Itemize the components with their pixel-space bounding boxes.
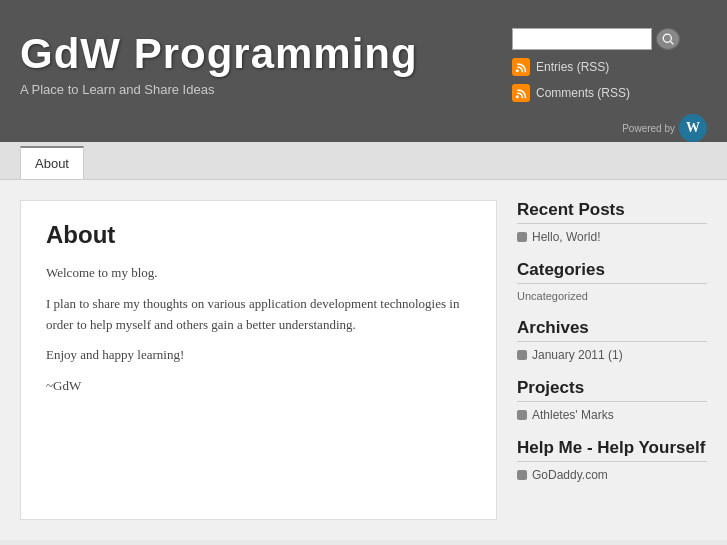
content-paragraph: ~GdW: [46, 376, 471, 397]
rss-comments-icon-svg: [515, 87, 527, 99]
categories-heading: Categories: [517, 260, 707, 284]
list-item: Hello, World!: [517, 230, 707, 244]
navigation: About: [0, 142, 727, 180]
site-title: GdW Programming: [20, 30, 512, 78]
content-paragraph: Welcome to my blog.: [46, 263, 471, 284]
svg-line-1: [670, 41, 673, 44]
help-link[interactable]: GoDaddy.com: [532, 468, 608, 482]
search-input[interactable]: [512, 28, 652, 50]
nav-tab-about[interactable]: About: [20, 146, 84, 179]
content-paragraph: I plan to share my thoughts on various a…: [46, 294, 471, 336]
search-button[interactable]: [656, 28, 680, 50]
rss-comments-icon: [512, 84, 530, 102]
projects-heading: Projects: [517, 378, 707, 402]
list-item: January 2011 (1): [517, 348, 707, 362]
bullet-icon: [517, 470, 527, 480]
sidebar: Recent Posts Hello, World! Categories Un…: [517, 200, 707, 520]
content-area: About Welcome to my blog.I plan to share…: [20, 200, 497, 520]
archives-section: Archives January 2011 (1): [517, 318, 707, 362]
list-item: GoDaddy.com: [517, 468, 707, 482]
wordpress-logo: W: [679, 114, 707, 142]
rss-entries-link[interactable]: Entries (RSS): [512, 58, 707, 76]
search-bar: [512, 28, 707, 50]
recent-post-link[interactable]: Hello, World!: [532, 230, 600, 244]
bullet-icon: [517, 410, 527, 420]
recent-posts-heading: Recent Posts: [517, 200, 707, 224]
site-tagline: A Place to Learn and Share Ideas: [20, 82, 512, 97]
list-item: Athletes' Marks: [517, 408, 707, 422]
project-link[interactable]: Athletes' Marks: [532, 408, 614, 422]
rss-entries-label: Entries (RSS): [536, 60, 609, 74]
header-left: GdW Programming A Place to Learn and Sha…: [20, 20, 512, 97]
rss-comments-label: Comments (RSS): [536, 86, 630, 100]
site-header: GdW Programming A Place to Learn and Sha…: [0, 0, 727, 142]
search-icon: [662, 33, 675, 46]
archives-heading: Archives: [517, 318, 707, 342]
archive-link[interactable]: January 2011 (1): [532, 348, 623, 362]
rss-comments-link[interactable]: Comments (RSS): [512, 84, 707, 102]
main-content: About Welcome to my blog.I plan to share…: [0, 180, 727, 540]
svg-point-0: [663, 34, 671, 42]
rss-icon-svg: [515, 61, 527, 73]
help-heading: Help Me - Help Yourself: [517, 438, 707, 462]
content-paragraph: Enjoy and happy learning!: [46, 345, 471, 366]
help-section: Help Me - Help Yourself GoDaddy.com: [517, 438, 707, 482]
svg-point-2: [516, 69, 519, 72]
recent-posts-section: Recent Posts Hello, World!: [517, 200, 707, 244]
powered-by: Powered by W: [512, 110, 707, 142]
header-right: Entries (RSS) Comments (RSS) Powered by …: [512, 20, 707, 142]
bullet-icon: [517, 350, 527, 360]
svg-point-3: [516, 95, 519, 98]
bullet-icon: [517, 232, 527, 242]
powered-by-text: Powered by: [622, 123, 675, 134]
content-body: Welcome to my blog.I plan to share my th…: [46, 263, 471, 397]
categories-section: Categories Uncategorized: [517, 260, 707, 302]
projects-section: Projects Athletes' Marks: [517, 378, 707, 422]
category-item: Uncategorized: [517, 290, 707, 302]
page-title: About: [46, 221, 471, 249]
rss-entries-icon: [512, 58, 530, 76]
